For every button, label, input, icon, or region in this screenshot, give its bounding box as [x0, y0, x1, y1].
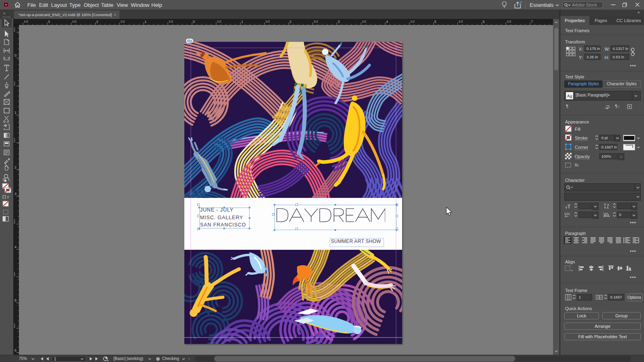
svg-text:V/A: V/A: [564, 212, 570, 216]
svg-text:A: A: [607, 206, 609, 209]
svg-text:T: T: [7, 195, 9, 200]
svg-text:V⁄A: V⁄A: [603, 212, 609, 216]
